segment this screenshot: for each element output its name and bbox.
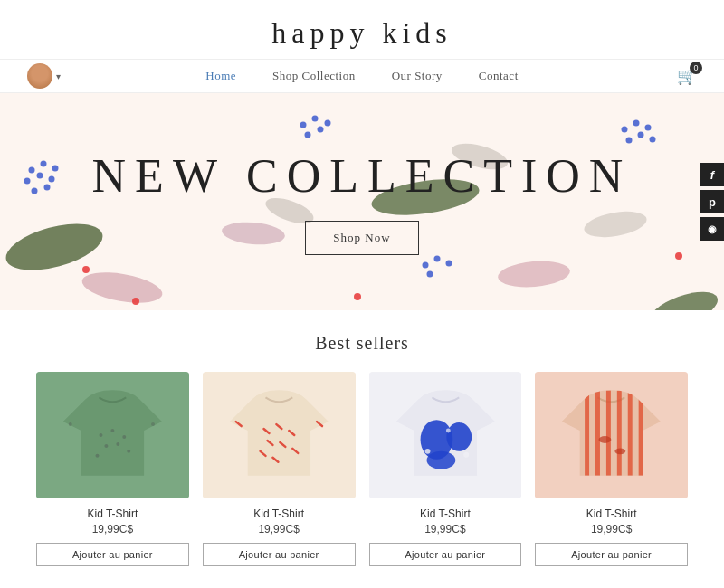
svg-point-32 bbox=[132, 298, 139, 305]
svg-point-31 bbox=[427, 271, 433, 278]
svg-point-2 bbox=[644, 284, 722, 310]
main-nav: ▾ Home Shop Collection Our Story Contact… bbox=[0, 59, 724, 93]
product-image-1 bbox=[36, 372, 189, 498]
product-price-3: 19,99C$ bbox=[369, 523, 522, 536]
hero-content: NEW COLLECTION Shop Now bbox=[92, 149, 633, 255]
svg-point-23 bbox=[634, 120, 640, 127]
svg-point-30 bbox=[446, 261, 452, 267]
svg-point-44 bbox=[69, 422, 72, 426]
svg-point-71 bbox=[599, 436, 612, 443]
svg-point-19 bbox=[325, 120, 331, 127]
product-image-2 bbox=[203, 372, 356, 498]
nav-home[interactable]: Home bbox=[205, 69, 236, 83]
cart-badge: 0 bbox=[690, 62, 702, 74]
site-title: happy kids bbox=[0, 16, 724, 50]
product-card-1: Kid T-Shirt 19,99C$ Ajouter au panier bbox=[36, 372, 189, 566]
bestsellers-section: Best sellers bbox=[0, 310, 724, 584]
add-to-cart-btn-3[interactable]: Ajouter au panier bbox=[369, 543, 522, 566]
svg-point-34 bbox=[675, 252, 682, 260]
svg-point-63 bbox=[445, 429, 450, 433]
svg-point-25 bbox=[626, 138, 633, 144]
svg-point-28 bbox=[423, 262, 429, 269]
social-bar: f p ◉ bbox=[700, 163, 724, 241]
instagram-icon[interactable]: ◉ bbox=[700, 217, 724, 241]
product-card-3: Kid T-Shirt 19,99C$ Ajouter au panier bbox=[369, 372, 522, 566]
svg-point-26 bbox=[638, 132, 644, 138]
product-name-1: Kid T-Shirt bbox=[36, 507, 189, 520]
svg-point-13 bbox=[37, 173, 43, 179]
chevron-down-icon: ▾ bbox=[56, 71, 61, 81]
svg-point-39 bbox=[122, 435, 126, 439]
svg-point-42 bbox=[96, 454, 100, 458]
svg-point-40 bbox=[104, 444, 108, 448]
add-to-cart-btn-4[interactable]: Ajouter au panier bbox=[535, 543, 688, 566]
svg-point-27 bbox=[650, 137, 656, 143]
svg-point-22 bbox=[622, 127, 628, 133]
products-grid: Kid T-Shirt 19,99C$ Ajouter au panier bbox=[36, 372, 688, 566]
svg-point-45 bbox=[151, 422, 155, 426]
svg-point-9 bbox=[29, 167, 35, 174]
svg-point-60 bbox=[426, 451, 455, 469]
cart-icon: 🛒 0 bbox=[677, 66, 697, 86]
product-price-2: 19,99C$ bbox=[203, 523, 356, 536]
product-image-4 bbox=[535, 372, 688, 498]
product-image-3 bbox=[369, 372, 522, 498]
svg-point-33 bbox=[354, 293, 361, 300]
svg-point-21 bbox=[318, 127, 324, 133]
product-price-1: 19,99C$ bbox=[36, 523, 189, 536]
svg-point-15 bbox=[32, 188, 38, 194]
add-to-cart-btn-2[interactable]: Ajouter au panier bbox=[203, 543, 356, 566]
svg-point-38 bbox=[110, 429, 114, 432]
section-title: Best sellers bbox=[36, 333, 688, 354]
add-to-cart-btn-1[interactable]: Ajouter au panier bbox=[36, 543, 189, 566]
svg-point-37 bbox=[99, 433, 102, 437]
svg-point-41 bbox=[116, 442, 119, 446]
svg-point-5 bbox=[497, 259, 571, 290]
svg-point-17 bbox=[300, 122, 307, 128]
svg-point-35 bbox=[82, 266, 90, 273]
svg-point-62 bbox=[463, 452, 469, 458]
pinterest-icon[interactable]: p bbox=[700, 190, 724, 213]
hero-banner: NEW COLLECTION Shop Now f p ◉ bbox=[0, 93, 724, 310]
product-name-2: Kid T-Shirt bbox=[203, 507, 356, 520]
svg-point-61 bbox=[424, 449, 430, 454]
nav-our-story[interactable]: Our Story bbox=[392, 69, 443, 83]
product-name-3: Kid T-Shirt bbox=[369, 507, 522, 520]
cart-button[interactable]: 🛒 0 bbox=[677, 66, 697, 86]
svg-point-18 bbox=[312, 116, 319, 122]
svg-point-29 bbox=[434, 256, 441, 262]
hero-title: NEW COLLECTION bbox=[92, 149, 633, 203]
svg-point-12 bbox=[24, 178, 31, 185]
nav-contact[interactable]: Contact bbox=[479, 69, 519, 83]
svg-point-11 bbox=[52, 166, 59, 172]
svg-point-24 bbox=[645, 125, 652, 131]
svg-point-10 bbox=[41, 161, 47, 167]
svg-point-16 bbox=[44, 185, 51, 191]
product-name-4: Kid T-Shirt bbox=[535, 507, 688, 520]
product-card-2: Kid T-Shirt 19,99C$ Ajouter au panier bbox=[203, 372, 356, 566]
nav-links: Home Shop Collection Our Story Contact bbox=[205, 69, 519, 83]
product-card-4: Kid T-Shirt 19,99C$ Ajouter au panier bbox=[535, 372, 688, 566]
product-price-4: 19,99C$ bbox=[535, 523, 688, 536]
svg-point-20 bbox=[305, 132, 311, 138]
avatar bbox=[27, 63, 52, 89]
svg-point-3 bbox=[80, 267, 165, 308]
nav-shop-collection[interactable]: Shop Collection bbox=[272, 69, 356, 83]
site-header: happy kids bbox=[0, 0, 724, 59]
shop-now-button[interactable]: Shop Now bbox=[305, 221, 418, 255]
svg-point-14 bbox=[49, 176, 55, 183]
svg-point-72 bbox=[615, 448, 626, 454]
svg-point-43 bbox=[127, 450, 130, 453]
facebook-icon[interactable]: f bbox=[700, 163, 724, 186]
svg-point-59 bbox=[446, 422, 472, 451]
user-account[interactable]: ▾ bbox=[27, 63, 61, 89]
